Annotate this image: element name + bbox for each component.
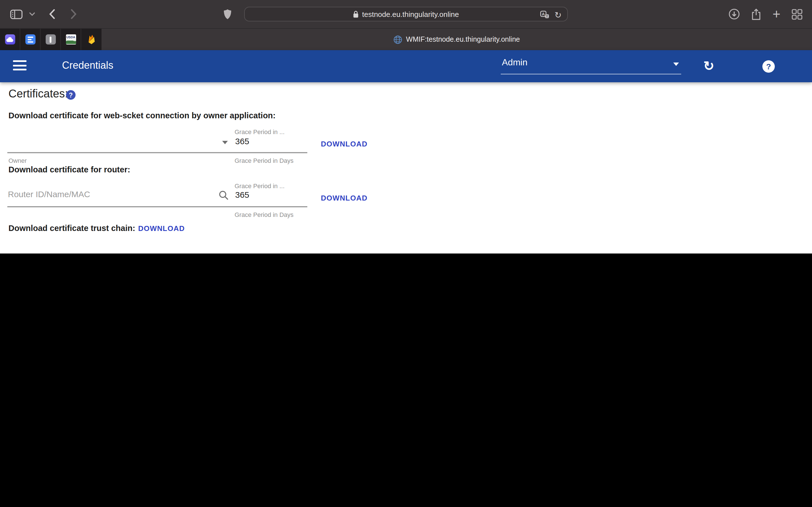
globe-icon xyxy=(394,35,402,44)
websocket-cert-label: Download certificate for web-scket conne… xyxy=(8,111,276,120)
pinned-tab-usda[interactable]: USDA xyxy=(61,29,81,50)
browser-window: testnode.eu.thingularity.online A文 ↻ + xyxy=(0,0,812,253)
router-download-button[interactable]: DOWNLOAD xyxy=(321,194,368,202)
app-bar: Credentials xyxy=(0,50,812,82)
page-title: Credentials xyxy=(62,60,113,71)
active-tab[interactable]: WMIF:testnode.eu.thingularity.online xyxy=(101,29,812,50)
new-tab-icon[interactable]: + xyxy=(770,0,783,28)
role-select-value: Admin xyxy=(502,57,527,68)
main-content: Certificates: ? Download certificate for… xyxy=(0,82,812,253)
tab-strip: USDA WMIF:testnode.eu.thingularity.onlin… xyxy=(0,28,812,50)
pill-app-icon xyxy=(45,34,56,45)
svg-text:A: A xyxy=(542,11,545,16)
router-field-underline xyxy=(7,206,307,207)
ws-download-button[interactable]: DOWNLOAD xyxy=(321,140,368,148)
certificates-help-icon[interactable]: ? xyxy=(66,90,75,100)
router-search-icon[interactable] xyxy=(219,190,229,200)
router-cert-label: Download certificate for router: xyxy=(8,165,130,174)
pinned-tab-firebase[interactable] xyxy=(81,29,101,50)
reload-icon[interactable]: ↻ xyxy=(555,10,562,19)
role-select[interactable]: Admin xyxy=(501,55,681,74)
pinned-tab-cloud[interactable] xyxy=(0,29,20,50)
router-grace-label-top: Grace Period in ... xyxy=(235,182,285,189)
sidebar-toggle-icon[interactable] xyxy=(9,0,24,28)
owner-label: Owner xyxy=(8,157,27,164)
router-grace-label-bottom: Grace Period in Days xyxy=(235,211,294,218)
usda-icon: USDA xyxy=(66,34,76,45)
tab-group-chevron-icon[interactable] xyxy=(28,0,36,28)
privacy-shield-icon[interactable] xyxy=(221,0,233,28)
share-icon[interactable] xyxy=(750,0,762,28)
svg-text:文: 文 xyxy=(546,14,549,18)
pinned-tabs: USDA xyxy=(0,29,101,50)
tab-title: WMIF:testnode.eu.thingularity.online xyxy=(406,36,520,43)
ws-grace-label-top: Grace Period in ... xyxy=(235,128,285,135)
menu-icon[interactable] xyxy=(13,60,27,71)
url-text: testnode.eu.thingularity.online xyxy=(362,10,459,18)
back-button[interactable] xyxy=(46,0,57,28)
router-grace-value[interactable]: 365 xyxy=(235,190,249,200)
lock-icon xyxy=(353,10,359,18)
firebase-icon xyxy=(86,34,96,45)
refresh-button[interactable]: ↻ xyxy=(701,50,717,82)
owner-field-underline xyxy=(7,152,307,153)
ws-grace-label-bottom: Grace Period in Days xyxy=(235,157,294,164)
router-id-input[interactable] xyxy=(8,189,211,199)
chevron-down-icon xyxy=(673,62,679,66)
tab-overview-icon[interactable] xyxy=(791,0,803,28)
docs-app-icon xyxy=(25,34,35,45)
pinned-tab-docs[interactable] xyxy=(20,29,41,50)
translate-icon[interactable]: A文 xyxy=(541,11,550,18)
pinned-tab-pill[interactable] xyxy=(41,29,61,50)
owner-select[interactable] xyxy=(7,133,229,152)
address-bar[interactable]: testnode.eu.thingularity.online A文 ↻ xyxy=(244,7,568,21)
trust-chain-label: Download certificate trust chain: xyxy=(8,224,135,233)
certificates-heading: Certificates: xyxy=(8,87,68,100)
forward-button[interactable] xyxy=(68,0,79,28)
ws-grace-value[interactable]: 365 xyxy=(235,136,249,146)
browser-toolbar: testnode.eu.thingularity.online A文 ↻ + xyxy=(0,0,812,28)
trust-chain-download-button[interactable]: DOWNLOAD xyxy=(138,224,185,233)
help-button[interactable]: ? xyxy=(761,50,776,82)
cloud-app-icon xyxy=(5,34,15,45)
downloads-icon[interactable] xyxy=(728,0,741,28)
